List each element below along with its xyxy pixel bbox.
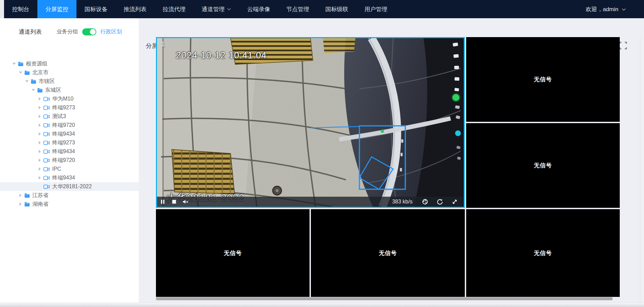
tree-node[interactable]: 江苏省 [0, 191, 139, 200]
nav-item-label: 节点管理 [286, 5, 309, 13]
caret-icon[interactable] [18, 71, 23, 74]
node-type-icon [31, 79, 36, 84]
page-vertical-scrollbar[interactable] [640, 36, 644, 307]
video-panel-4[interactable]: 无信号 [156, 209, 310, 297]
tree-node[interactable]: 终端9720 [0, 121, 139, 130]
group-mode-toggle[interactable] [82, 28, 96, 35]
tree-node[interactable]: 东城区 [0, 86, 139, 94]
stop-button[interactable] [168, 197, 180, 207]
video-panel-3[interactable]: 无信号 [466, 123, 620, 208]
nav-item[interactable]: 拉流代理 [155, 0, 194, 18]
caret-icon[interactable] [18, 202, 23, 206]
tree-node[interactable]: 湖南省 [0, 200, 139, 208]
top-navbar: 控制台 分屏监控 国标设备 推流列表 拉流代理 通道管理 云端录像 节点管理 国… [0, 0, 644, 18]
nav-item-label: 分屏监控 [45, 5, 68, 13]
chevron-down-icon [227, 8, 231, 10]
node-type-icon [43, 185, 50, 189]
nav-item[interactable]: 国标级联 [317, 0, 356, 18]
tree-node[interactable]: 华为M10 [0, 94, 139, 103]
video-panel-2[interactable]: 无信号 [466, 37, 620, 122]
tree-node-label: 湖南省 [32, 200, 49, 208]
toggle-knob [90, 29, 96, 35]
sidebar-header: 通道列表 业务分组 行政区划 [0, 26, 139, 37]
nav-item[interactable]: 控制台 [4, 0, 37, 18]
tree-node-label: 终端9434 [52, 147, 75, 156]
tree-node[interactable]: 大华28181-2022 [0, 182, 139, 191]
caret-icon[interactable] [37, 106, 42, 109]
video-grid: 1 2024-10-12 10:41:04 大华28181-2022 383 k… [156, 37, 620, 297]
nav-item[interactable]: 分屏监控 [37, 0, 76, 18]
tree-node-label: 东城区 [45, 86, 61, 94]
tree-node[interactable]: 终端9273 [0, 103, 139, 112]
tree-node-label: 终端9434 [52, 130, 75, 138]
tree-node-label: 终端9720 [52, 156, 75, 165]
video-panel-6[interactable]: 无信号 [466, 209, 620, 297]
caret-icon[interactable] [37, 97, 42, 101]
tree-node[interactable]: 市辖区 [0, 77, 139, 86]
tree-node[interactable]: 终端9720 [0, 156, 139, 165]
caret-icon[interactable] [37, 176, 42, 179]
caret-icon[interactable] [11, 62, 17, 65]
node-type-icon [43, 97, 50, 101]
caret-icon[interactable] [37, 141, 42, 144]
caret-icon[interactable] [31, 88, 36, 92]
tree-node-label: 终端9273 [52, 103, 75, 112]
nav-item[interactable]: 节点管理 [278, 0, 317, 18]
user-menu[interactable]: 欢迎，admin [586, 0, 644, 18]
tree-node[interactable]: 北京市 [0, 68, 139, 77]
node-type-icon [43, 106, 50, 110]
node-type-icon [43, 158, 50, 163]
pause-button[interactable] [157, 197, 168, 207]
caret-icon[interactable] [37, 115, 42, 118]
page-horizontal-scrollbar[interactable] [0, 303, 644, 307]
player-control-bar: 383 kb/s [157, 197, 464, 207]
caret-icon[interactable] [24, 80, 30, 83]
business-group-label: 业务分组 [57, 28, 78, 35]
mute-button[interactable] [180, 197, 191, 207]
caret-icon[interactable] [37, 159, 42, 162]
nav-item-label: 国标级联 [325, 5, 348, 13]
window-left-edge [0, 0, 4, 18]
player-right-controls: 383 kb/s [392, 197, 463, 207]
nav-item[interactable]: 云端录像 [239, 0, 278, 18]
node-type-icon [43, 123, 50, 128]
caret-icon[interactable] [37, 123, 42, 127]
chevron-down-icon [622, 6, 626, 12]
tree-node-label: 测试3 [52, 112, 66, 121]
caret-icon[interactable] [37, 167, 42, 171]
tree-node[interactable]: 终端9434 [0, 130, 139, 138]
caret-icon[interactable] [37, 150, 42, 153]
caret-icon[interactable] [18, 194, 23, 197]
snapshot-shutter-button[interactable] [419, 197, 431, 207]
bitrate-label: 383 kb/s [392, 199, 412, 205]
grid-fullscreen-button[interactable] [619, 42, 627, 50]
nav-item[interactable]: 国标设备 [76, 0, 116, 18]
admin-region-link[interactable]: 行政区划 [100, 28, 122, 35]
refresh-button[interactable] [434, 197, 446, 207]
tree-node[interactable]: 终端9434 [0, 173, 139, 182]
main-content: 分屏: [139, 18, 644, 307]
video-panel-5[interactable]: 无信号 [311, 209, 464, 297]
no-signal-label: 无信号 [534, 162, 552, 169]
nav-item-label: 拉流代理 [163, 5, 186, 13]
nav-item[interactable]: 推流列表 [116, 0, 155, 18]
caret-icon[interactable] [37, 185, 42, 188]
tree-node[interactable]: 根资源组 [0, 59, 139, 68]
grid-horizontal-scrollbar[interactable] [156, 297, 613, 300]
user-menu-label: 欢迎，admin [586, 5, 618, 13]
nav-item-label: 用户管理 [364, 5, 387, 13]
nav-item[interactable]: 用户管理 [356, 0, 395, 18]
tree-node[interactable]: 测试3 [0, 112, 139, 121]
tree-node[interactable]: 终端9273 [0, 138, 139, 147]
no-signal-label: 无信号 [379, 249, 397, 257]
tree-node[interactable]: IPC [0, 165, 139, 173]
tree-node-label: 北京市 [32, 68, 49, 77]
tree-node[interactable]: 终端9434 [0, 147, 139, 156]
nav-item[interactable]: 通道管理 [194, 0, 239, 18]
tree-node-label: 终端9434 [52, 173, 75, 182]
sidebar-title: 通道列表 [19, 28, 42, 36]
caret-icon[interactable] [37, 132, 42, 136]
panel-fullscreen-button[interactable] [449, 197, 460, 207]
no-signal-label: 无信号 [534, 249, 552, 257]
video-panel-1[interactable]: 1 2024-10-12 10:41:04 大华28181-2022 383 k… [156, 37, 465, 208]
